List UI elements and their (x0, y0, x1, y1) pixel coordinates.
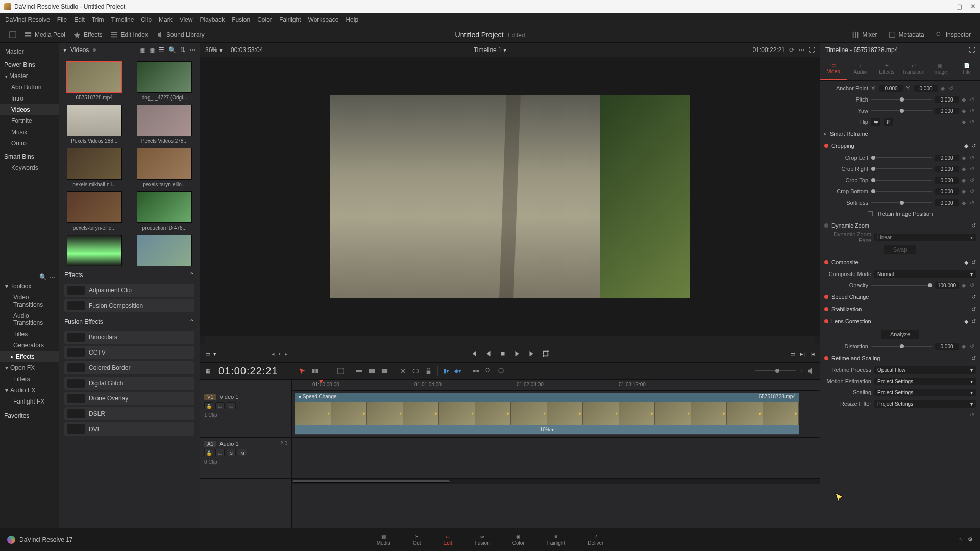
menu-mark[interactable]: Mark (159, 16, 173, 23)
clip-item[interactable]: Pexels Videos 278... (134, 105, 196, 144)
sort-icon[interactable]: ⇅ (180, 46, 185, 54)
first-frame-icon[interactable] (471, 350, 478, 357)
crop-top-field[interactable]: 0.000 (935, 177, 959, 184)
lock-track-icon[interactable]: 🔒 (204, 402, 213, 409)
clip-item[interactable]: pexels-taryn-ellio... (134, 148, 196, 187)
tab-transition[interactable]: ⇄Transition (900, 57, 927, 80)
inspector-toggle[interactable]: Inspector (932, 29, 975, 40)
effect-adjustment-clip[interactable]: Adjustment Clip (64, 284, 194, 297)
clip-item[interactable] (63, 235, 126, 267)
prev-frame-icon[interactable] (485, 350, 492, 357)
mini-scrubber[interactable] (205, 336, 815, 345)
menu-davinci-resolve[interactable]: DaVinci Resolve (5, 16, 50, 23)
dyn-zoom-ease-select[interactable]: Linear▾ (874, 234, 976, 241)
composite-mode-select[interactable]: Normal▾ (874, 270, 976, 278)
viewer-options-icon[interactable]: ⋯ (798, 46, 804, 54)
clip-item[interactable]: dog_-_4727 (Origi... (134, 61, 196, 101)
audio-meter-icon[interactable] (807, 367, 815, 375)
collapse-icon[interactable]: ⌃ (189, 271, 194, 279)
replace-icon[interactable] (381, 367, 388, 375)
effect-drone-overlay[interactable]: Drone Overlay (64, 392, 194, 405)
page-color[interactable]: ◉Color (512, 534, 525, 546)
zoom-out-icon[interactable]: − (747, 368, 750, 374)
pitch-field[interactable]: 0.000 (935, 96, 959, 103)
video-track[interactable]: ● Speed Change657518728.mp4 10% ▾ (292, 391, 820, 438)
collapse-icon[interactable]: ⌃ (189, 318, 194, 325)
smart-bin-keywords[interactable]: Keywords (0, 162, 59, 173)
menu-fairlight[interactable]: Fairlight (279, 16, 301, 23)
menu-color[interactable]: Color (257, 16, 272, 23)
smart-reframe-section[interactable]: ▸Smart Reframe (820, 128, 980, 140)
bin-videos[interactable]: Videos (0, 104, 59, 115)
bin-outro[interactable]: Outro (0, 138, 59, 149)
edit-index-toggle[interactable]: Edit Index (107, 29, 152, 40)
stabilization-section[interactable]: Stabilization↺ (820, 303, 980, 315)
flip-v-button[interactable]: ⇵ (884, 118, 893, 126)
list-icon[interactable]: ☰ (159, 46, 164, 54)
timeline-view-icon[interactable]: ▦ (205, 368, 210, 374)
softness-slider[interactable] (871, 202, 932, 203)
blade-tool-icon[interactable] (337, 367, 345, 375)
scaling-select[interactable]: Project Settings▾ (874, 389, 976, 396)
pitch-slider[interactable] (871, 99, 932, 100)
menu-file[interactable]: File (57, 16, 67, 23)
speed-bar[interactable]: 10% ▾ (295, 425, 799, 434)
dropdown-icon[interactable]: ▾ (63, 46, 66, 54)
filters-node[interactable]: Filters (0, 373, 59, 385)
reset-icon[interactable]: ↺ (970, 108, 976, 114)
crop-top-slider[interactable] (871, 180, 932, 181)
retime-section[interactable]: Retime and Scaling↺ (820, 352, 980, 364)
tab-effects[interactable]: ✦Effects (873, 57, 900, 80)
analyze-button[interactable]: Analyze (881, 330, 919, 339)
page-media[interactable]: ▦Media (377, 534, 390, 546)
fit-icon[interactable]: ▭ (205, 350, 210, 357)
fx-search-icon[interactable]: 🔍 (39, 273, 47, 281)
arm-icon[interactable]: ▭ (215, 449, 225, 456)
selection-tool-icon[interactable] (299, 367, 306, 375)
openfx-node[interactable]: ▾Open FX (0, 362, 59, 373)
crop-left-slider[interactable] (871, 157, 932, 158)
media-pool-toggle[interactable]: Media Pool (20, 29, 69, 40)
options-icon[interactable]: ⋯ (189, 46, 195, 54)
last-frame-icon[interactable] (528, 350, 535, 357)
viewer-zoom[interactable]: 36% (205, 46, 217, 54)
metadata-toggle[interactable]: Metadata (885, 29, 928, 40)
audio-track-header[interactable]: A1Audio 12.0 🔒▭SM 0 Clip (200, 438, 291, 479)
snap-icon[interactable] (472, 367, 480, 375)
bin-musik[interactable]: Musik (0, 127, 59, 138)
menu-trim[interactable]: Trim (92, 16, 104, 23)
video-clip[interactable]: ● Speed Change657518728.mp4 10% ▾ (295, 393, 799, 435)
trim-tool-icon[interactable] (311, 367, 319, 375)
page-deliver[interactable]: ↗Deliver (587, 534, 603, 546)
toolbox-node[interactable]: ▾Toolbox (0, 281, 59, 292)
effect-binoculars[interactable]: Binoculars (64, 331, 194, 344)
menu-workspace[interactable]: Workspace (308, 16, 339, 23)
clip-item[interactable]: 657518728.mp4 (63, 61, 126, 101)
auto-select-icon[interactable]: ▭ (215, 402, 225, 409)
zoom-chevron-icon[interactable]: ▾ (219, 46, 223, 54)
effect-dve[interactable]: DVE (64, 422, 194, 436)
opacity-field[interactable]: 100.000 (935, 282, 959, 289)
tab-file[interactable]: 📄File (953, 57, 980, 80)
reset-icon[interactable]: ↺ (949, 85, 955, 92)
expand-icon[interactable]: ⛶ (808, 46, 815, 54)
keyframe-icon[interactable]: ◆ (962, 108, 967, 114)
opacity-slider[interactable] (871, 285, 932, 286)
clip-item[interactable]: pexels-taryn-ellio... (63, 191, 126, 231)
crop-bottom-slider[interactable] (871, 191, 932, 192)
keyframe-icon[interactable]: ◆ (962, 119, 967, 126)
anchor-x-field[interactable]: 0.000 (879, 85, 903, 92)
page-fusion[interactable]: ∞Fusion (475, 534, 490, 546)
solo-button[interactable]: S (227, 449, 236, 456)
fx-options-icon[interactable]: ⋯ (49, 273, 55, 281)
page-cut[interactable]: ✂Cut (413, 534, 421, 546)
menu-view[interactable]: View (180, 16, 193, 23)
audiofx-node[interactable]: ▾Audio FX (0, 385, 59, 396)
fullscreen-button[interactable] (5, 29, 20, 40)
viewer[interactable] (200, 57, 820, 336)
bin-intro[interactable]: Intro (0, 93, 59, 104)
crop-right-field[interactable]: 0.000 (935, 166, 959, 172)
crop-bottom-field[interactable]: 0.000 (935, 188, 959, 195)
prev-edit-icon[interactable]: ◂ (272, 350, 275, 357)
clip-item[interactable]: pexels-mikhail-nil... (63, 148, 126, 187)
